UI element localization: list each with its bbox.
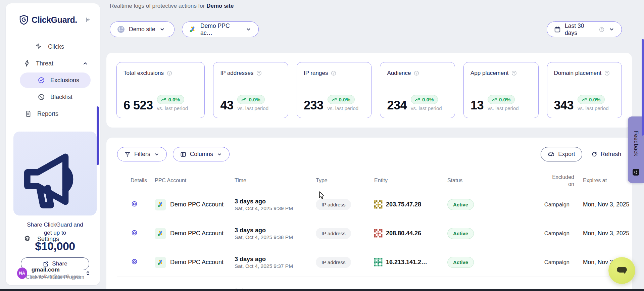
stat-delta-caption: vs. last period [157,105,188,111]
google-ads-icon [155,228,166,239]
columns-icon [180,151,187,158]
stat-label: Total exclusions [123,70,164,77]
time-relative: 3 days ago [235,198,316,205]
sidebar-item-exclusions[interactable]: Exclusions [20,72,91,88]
stat-delta-caption: vs. last period [328,105,359,111]
column-header-details: Details [117,178,155,184]
column-header-expires-at: Expires at [583,178,621,184]
account-switcher[interactable]: NA gmail.com naatali.ro@gmail.com [6,266,100,280]
help-icon[interactable] [331,70,337,76]
table-row[interactable]: Demo PPC Account3 days agoSat, Oct 4, 20… [117,248,621,277]
filters-label: Filters [134,151,150,158]
time-absolute: Sat, Oct 4, 2025 9:39 PM [235,205,316,211]
stat-value: 233 [304,100,324,111]
stat-value: 343 [554,100,574,111]
site-selector-label: Demo site [129,26,155,33]
table-body: Demo PPC Account3 days agoSat, Oct 4, 20… [117,190,621,291]
settings-label: Settings [37,236,59,243]
stat-delta-value: 0.0% [499,97,510,102]
column-header-ppc-account: PPC Account [155,178,235,184]
sidebar-item-clicks[interactable]: Clicks [6,38,100,55]
page-scrollbar[interactable] [642,39,644,136]
globe-icon [117,25,125,34]
user-email: naatali.ro@gmail.com [32,273,80,280]
details-eye-icon[interactable] [131,258,138,265]
chat-bubble-icon [615,265,628,276]
brand-name: ClickGuard. [32,15,81,25]
refresh-button[interactable]: Refresh [591,151,621,158]
gear-icon [23,235,31,243]
help-icon[interactable] [599,27,605,33]
export-button[interactable]: Export [541,147,582,161]
stat-delta-badge: 0.0% [411,95,438,104]
site-selector-dropdown[interactable]: Demo site [110,21,175,37]
filters-button[interactable]: Filters [117,147,167,161]
trend-up-icon [331,97,337,102]
google-ads-icon [155,257,166,268]
google-ads-icon [189,26,197,33]
trend-up-icon [241,97,247,102]
help-icon[interactable] [413,70,419,76]
trend-up-icon [491,97,497,102]
sidebar-item-threat[interactable]: Threat [6,55,100,72]
ppc-account-selector-dropdown[interactable]: Demo PPC ac… [182,21,259,37]
status-badge: Active [447,257,474,268]
affiliate-promo-card[interactable]: Share ClickGuard and get up to $10,000 S… [13,132,97,215]
column-header-excluded-on: Excludedon [525,174,583,188]
help-icon[interactable] [604,70,610,76]
stat-label: Domain placement [554,70,602,77]
chevron-down-icon [154,151,160,157]
stat-delta-value: 0.0% [589,97,600,102]
sidebar-collapse-icon[interactable] [84,16,91,23]
column-header-entity: Entity [374,178,447,184]
trend-up-icon [161,97,166,102]
stat-value: 13 [470,100,484,111]
entity-identicon [374,200,383,209]
refresh-label: Refresh [601,151,621,158]
date-range-dropdown[interactable]: Last 30 days [547,21,622,37]
status-badge: Active [447,199,474,210]
sidebar-scrollbar[interactable] [97,106,99,165]
stat-card: IP ranges2330.0%vs. last period [297,62,372,118]
sidebar: ClickGuard. Clicks Threat [6,3,100,285]
details-eye-icon[interactable] [131,229,138,237]
stat-delta-badge: 0.0% [328,95,355,104]
chat-launcher-button[interactable] [608,257,635,284]
trend-up-icon [581,97,587,102]
type-badge: IP address [316,228,351,239]
subtitle-site-name: Demo site [206,3,234,9]
stat-card: Domain placement3430.0%vs. last period [547,62,622,118]
table-row[interactable]: Demo PPC Account3 days agoSat, Oct 4, 20… [117,190,621,219]
main-content: Realtime logs of protective actions for … [106,0,632,291]
columns-button[interactable]: Columns [173,147,230,161]
sidebar-item-blacklist[interactable]: Blacklist [6,89,100,105]
column-header-type: Type [316,178,374,184]
entity-value: 208.80.44.26 [386,230,421,237]
stat-card: Audience2340.0%vs. last period [380,62,455,118]
date-range-label: Last 30 days [565,22,595,37]
sidebar-item-label: Exclusions [50,77,79,84]
details-eye-icon[interactable] [131,200,138,208]
expires-at-value: Mon, Nov 3, 2025 [583,230,629,237]
help-icon[interactable] [256,70,262,76]
funnel-icon [124,151,131,158]
cursor-click-icon [35,43,43,50]
column-header-status: Status [447,178,525,184]
sidebar-item-settings[interactable]: Settings [6,232,100,246]
megaphone-icon [13,138,97,221]
help-icon[interactable] [166,70,172,76]
table-row[interactable]: Demo PPC Account3 days agoSat, Oct 4, 20… [117,219,621,248]
time-relative: 3 days ago [235,255,316,263]
entity-value: 203.75.47.28 [386,201,421,208]
ban-icon [38,93,45,101]
divider [16,262,90,262]
sidebar-item-label: Reports [37,110,58,117]
sidebar-item-reports[interactable]: Reports [6,105,100,122]
chevron-down-icon [159,26,165,33]
entity-identicon [374,229,383,238]
help-icon[interactable] [511,70,517,76]
time-absolute: Sat, Oct 4, 2025 9:37 PM [235,263,316,269]
stat-delta-badge: 0.0% [157,95,184,104]
ppc-account-name: Demo PPC Account [170,201,224,208]
stat-delta-caption: vs. last period [488,105,519,111]
